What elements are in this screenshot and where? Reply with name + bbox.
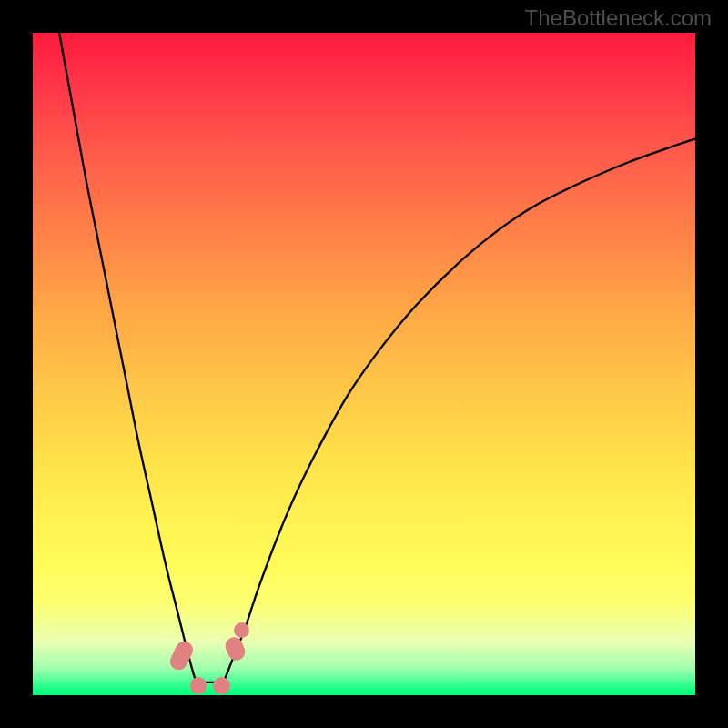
data-blob — [222, 634, 247, 662]
data-blob — [190, 677, 207, 694]
data-blob — [167, 638, 196, 672]
data-blobs-layer — [33, 33, 695, 695]
plot-area — [33, 33, 695, 695]
data-blob — [234, 622, 249, 638]
data-blob — [213, 677, 230, 694]
watermark-text: TheBottleneck.com — [525, 5, 712, 31]
